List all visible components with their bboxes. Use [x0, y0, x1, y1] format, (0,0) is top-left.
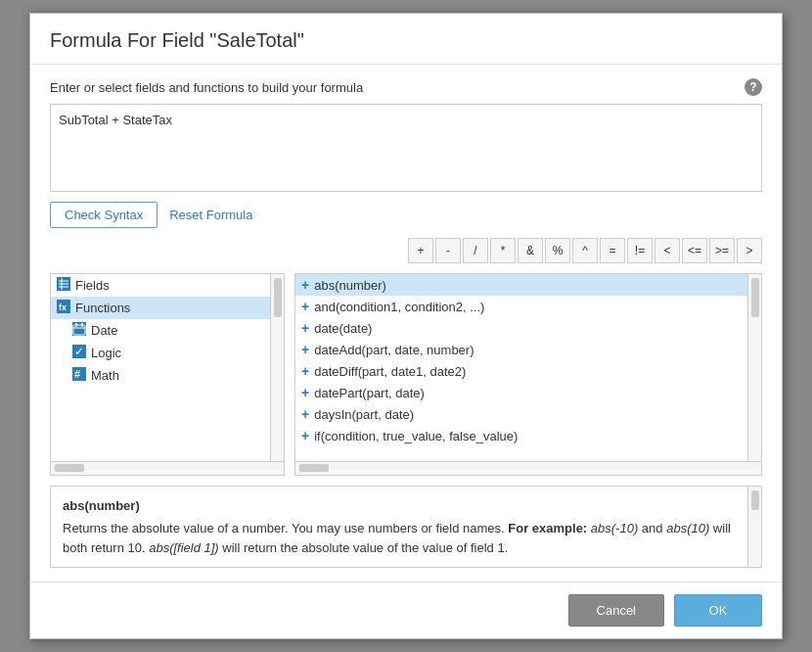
op-gt[interactable]: > [737, 238, 762, 263]
abs-plus-icon: + [301, 277, 309, 293]
left-scrollbar-thumb [274, 278, 282, 317]
func-dateadd-label: dateAdd(part, date, number) [314, 343, 474, 357]
op-caret[interactable]: ^ [572, 238, 598, 263]
logic-label: Logic [91, 346, 121, 360]
right-panel-hscrollbar[interactable] [295, 461, 761, 475]
op-lt[interactable]: < [654, 238, 680, 263]
datediff-plus-icon: + [301, 363, 309, 379]
func-item-if[interactable]: + if(condition, true_value, false_value) [295, 425, 747, 446]
op-lte[interactable]: <= [682, 238, 707, 263]
op-equals[interactable]: = [600, 238, 625, 263]
func-item-datepart[interactable]: + datePart(part, date) [295, 382, 747, 403]
instruction-text: Enter or select fields and functions to … [50, 80, 363, 95]
func-if-label: if(condition, true_value, false_value) [314, 429, 518, 443]
operator-bar: + - / * & % ^ = != < <= >= > [50, 238, 762, 263]
tree-item-fields[interactable]: Fields [51, 274, 270, 297]
description-content: abs(number) Returns the absolute value o… [50, 486, 748, 569]
formula-input[interactable]: SubTotal + StateTax [50, 104, 762, 192]
right-panel: + abs(number) + and(condition1, conditio… [294, 273, 762, 476]
left-panel-scrollbar[interactable] [270, 274, 284, 461]
date-plus-icon: + [301, 320, 309, 336]
op-notequals[interactable]: != [627, 238, 653, 263]
functions-label: Functions [75, 301, 130, 315]
right-scrollbar-thumb [751, 278, 759, 317]
functions-icon: fx [57, 300, 70, 316]
op-ampersand[interactable]: & [518, 238, 543, 263]
tree-item-math[interactable]: # Math [51, 364, 270, 387]
logic-icon: ✓ [72, 345, 86, 361]
func-item-and[interactable]: + and(condition1, condition2, ...) [295, 296, 747, 317]
help-icon[interactable]: ? [744, 78, 762, 96]
func-daysin-label: daysIn(part, date) [314, 407, 414, 422]
description-section: abs(number) Returns the absolute value o… [50, 486, 762, 569]
func-item-date[interactable]: + date(date) [295, 317, 747, 339]
daysin-plus-icon: + [301, 406, 309, 422]
dialog-title: Formula For Field "SaleTotal" [30, 14, 782, 65]
desc-body: Returns the absolute value of a number. … [63, 519, 736, 557]
desc-scrollbar[interactable] [748, 486, 762, 569]
dialog-footer: Cancel OK [30, 582, 782, 638]
func-datediff-label: dateDiff(part, date1, date2) [314, 364, 466, 379]
date-icon [72, 322, 86, 339]
func-item-datediff[interactable]: + dateDiff(part, date1, date2) [295, 360, 747, 382]
formula-dialog: Formula For Field "SaleTotal" Enter or s… [29, 13, 783, 639]
tree-item-functions[interactable]: fx Functions [51, 297, 270, 319]
op-gte[interactable]: >= [709, 238, 735, 263]
svg-text:#: # [74, 368, 80, 380]
op-plus[interactable]: + [408, 238, 433, 263]
tree-item-date[interactable]: Date [51, 319, 270, 342]
left-panel: Fields fx Functions Date [50, 273, 285, 476]
tree-item-logic[interactable]: ✓ Logic [51, 342, 270, 364]
op-divide[interactable]: / [463, 238, 488, 263]
func-abs-label: abs(number) [314, 278, 386, 293]
ok-button[interactable]: OK [674, 594, 762, 627]
math-icon: # [72, 367, 86, 384]
func-item-abs[interactable]: + abs(number) [295, 274, 747, 296]
desc-text: Returns the absolute value of a number. … [63, 521, 505, 536]
func-and-label: and(condition1, condition2, ...) [314, 300, 484, 314]
func-item-dateadd[interactable]: + dateAdd(part, date, number) [295, 339, 747, 360]
and-plus-icon: + [301, 299, 309, 314]
fields-label: Fields [75, 278, 110, 293]
if-plus-icon: + [301, 428, 309, 443]
op-percent[interactable]: % [545, 238, 570, 263]
dateadd-plus-icon: + [301, 342, 309, 357]
func-date-label: date(date) [314, 321, 372, 336]
left-panel-hscrollbar[interactable] [51, 461, 284, 475]
desc-scrollbar-thumb [751, 490, 759, 510]
functions-list: + abs(number) + and(condition1, conditio… [295, 274, 747, 461]
op-multiply[interactable]: * [490, 238, 516, 263]
left-tree: Fields fx Functions Date [51, 274, 270, 461]
left-hscrollbar-thumb [55, 464, 84, 472]
datepart-plus-icon: + [301, 385, 309, 400]
op-minus[interactable]: - [435, 238, 461, 263]
instruction-row: Enter or select fields and functions to … [50, 78, 762, 96]
right-hscrollbar-thumb [299, 464, 329, 472]
func-item-daysin[interactable]: + daysIn(part, date) [295, 403, 747, 425]
svg-rect-7 [72, 322, 86, 336]
button-row: Check Syntax Reset Formula [50, 202, 762, 228]
desc-title: abs(number) [63, 496, 736, 516]
fields-icon [57, 277, 70, 294]
date-label: Date [91, 323, 117, 338]
check-syntax-button[interactable]: Check Syntax [50, 202, 158, 228]
reset-formula-button[interactable]: Reset Formula [169, 208, 252, 222]
math-label: Math [91, 368, 119, 383]
left-panel-content: Fields fx Functions Date [51, 274, 284, 461]
dialog-body: Enter or select fields and functions to … [30, 65, 782, 582]
right-panel-scrollbar[interactable] [747, 274, 761, 461]
right-panel-inner: + abs(number) + and(condition1, conditio… [295, 274, 761, 461]
svg-text:✓: ✓ [74, 345, 84, 358]
svg-text:fx: fx [59, 303, 67, 312]
panels-row: Fields fx Functions Date [50, 273, 762, 476]
cancel-button[interactable]: Cancel [568, 594, 664, 627]
func-datepart-label: datePart(part, date) [314, 386, 425, 400]
